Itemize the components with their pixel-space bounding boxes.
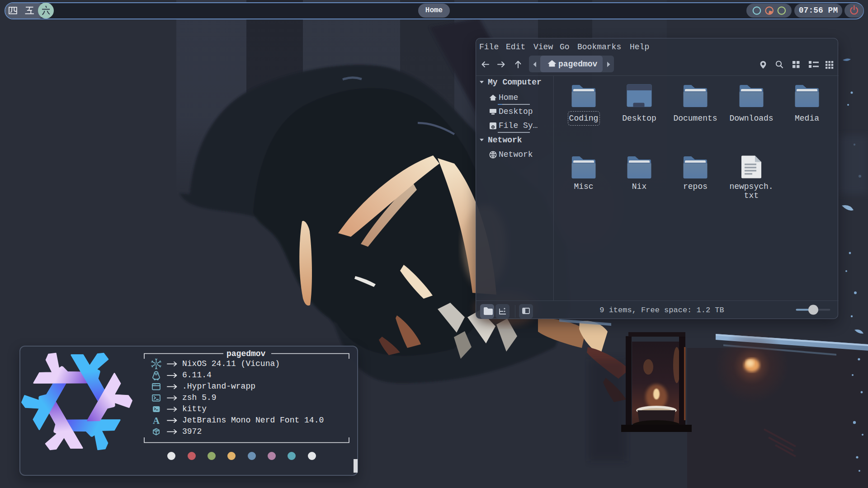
svg-text:A: A (153, 415, 160, 426)
